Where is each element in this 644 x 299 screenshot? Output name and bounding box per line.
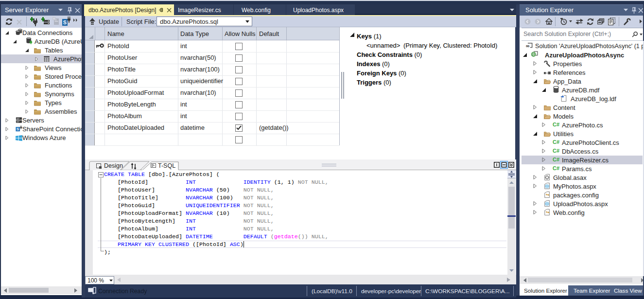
svg-text:∞: ∞ xyxy=(526,43,530,49)
svg-text:S: S xyxy=(63,19,67,25)
svg-text:S: S xyxy=(17,127,19,131)
